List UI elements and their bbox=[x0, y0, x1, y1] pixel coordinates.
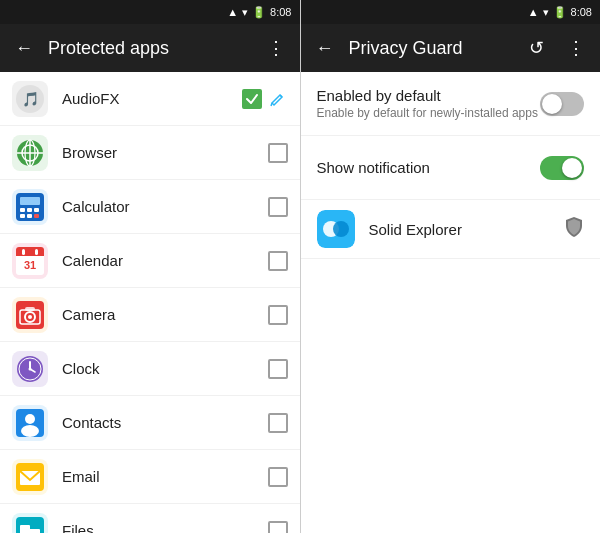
left-toolbar: ← Protected apps ⋮ bbox=[0, 24, 300, 72]
app-name-audiofx: AudioFX bbox=[62, 90, 242, 107]
app-control-contacts bbox=[268, 413, 288, 433]
checkbox-contacts[interactable] bbox=[268, 413, 288, 433]
settings-subtitle-enabled-default: Enable by default for newly-installed ap… bbox=[317, 106, 541, 120]
app-item-contacts[interactable]: Contacts bbox=[0, 396, 300, 450]
app-item-clock[interactable]: Clock bbox=[0, 342, 300, 396]
app-name-contacts: Contacts bbox=[62, 414, 268, 431]
app-item-browser[interactable]: Browser bbox=[0, 126, 300, 180]
left-more-button[interactable]: ⋮ bbox=[260, 32, 292, 64]
settings-text-show-notification: Show notification bbox=[317, 159, 541, 176]
svg-rect-13 bbox=[34, 208, 39, 212]
app-icon-contacts bbox=[12, 405, 48, 441]
app-item-calendar[interactable]: 31Calendar bbox=[0, 234, 300, 288]
right-toolbar-title: Privacy Guard bbox=[349, 38, 513, 59]
app-icon-audiofx: 🎵 bbox=[12, 81, 48, 117]
checkbox-clock[interactable] bbox=[268, 359, 288, 379]
app-name-camera: Camera bbox=[62, 306, 268, 323]
settings-list: Enabled by defaultEnable by default for … bbox=[301, 72, 601, 533]
left-toolbar-title: Protected apps bbox=[48, 38, 252, 59]
toggle-enabled-default[interactable] bbox=[540, 92, 584, 116]
checkbox-calendar[interactable] bbox=[268, 251, 288, 271]
app-item-audiofx[interactable]: 🎵AudioFX bbox=[0, 72, 300, 126]
settings-text-enabled-default: Enabled by defaultEnable by default for … bbox=[317, 87, 541, 120]
app-name-calendar: Calendar bbox=[62, 252, 268, 269]
app-name-calculator: Calculator bbox=[62, 198, 268, 215]
right-history-button[interactable]: ↺ bbox=[520, 32, 552, 64]
left-status-bar: ▲ ▾ 🔋 8:08 bbox=[0, 0, 300, 24]
checkbox-camera[interactable] bbox=[268, 305, 288, 325]
svg-rect-12 bbox=[27, 208, 32, 212]
app-icon-clock bbox=[12, 351, 48, 387]
left-back-button[interactable]: ← bbox=[8, 32, 40, 64]
checkbox-browser[interactable] bbox=[268, 143, 288, 163]
app-control-calendar bbox=[268, 251, 288, 271]
svg-rect-11 bbox=[20, 208, 25, 212]
toggle-thumb-enabled-default bbox=[542, 94, 562, 114]
app-list: 🎵AudioFXBrowserCalculator31CalendarCamer… bbox=[0, 72, 300, 533]
checkbox-audiofx[interactable] bbox=[242, 89, 262, 109]
checkbox-email[interactable] bbox=[268, 467, 288, 487]
right-battery-icon: 🔋 bbox=[553, 6, 567, 19]
svg-rect-15 bbox=[27, 214, 32, 218]
svg-rect-22 bbox=[35, 249, 38, 255]
app-item-email[interactable]: Email bbox=[0, 450, 300, 504]
svg-point-32 bbox=[29, 367, 32, 370]
left-time: 8:08 bbox=[270, 6, 291, 18]
right-status-bar: ▲ ▾ 🔋 8:08 bbox=[301, 0, 601, 24]
checkbox-files[interactable] bbox=[268, 521, 288, 534]
svg-point-52 bbox=[333, 221, 349, 237]
svg-rect-40 bbox=[20, 525, 30, 531]
signal-icon: ▲ bbox=[227, 6, 238, 18]
app-control-email bbox=[268, 467, 288, 487]
app-control-audiofx bbox=[242, 89, 288, 109]
app-control-clock bbox=[268, 359, 288, 379]
right-panel: ▲ ▾ 🔋 8:08 ← Privacy Guard ↺ ⋮ Enabled b… bbox=[301, 0, 601, 533]
app-name-clock: Clock bbox=[62, 360, 268, 377]
checkbox-calculator[interactable] bbox=[268, 197, 288, 217]
svg-rect-16 bbox=[34, 214, 39, 218]
right-signal-icon: ▲ bbox=[528, 6, 539, 18]
app-icon-files bbox=[12, 513, 48, 534]
app-icon-calculator bbox=[12, 189, 48, 225]
left-panel: ▲ ▾ 🔋 8:08 ← Protected apps ⋮ 🎵AudioFXBr… bbox=[0, 0, 301, 533]
svg-rect-14 bbox=[20, 214, 25, 218]
shield-icon-solid-explorer bbox=[564, 216, 584, 243]
right-back-button[interactable]: ← bbox=[309, 32, 341, 64]
svg-rect-19 bbox=[16, 253, 44, 256]
settings-title-enabled-default: Enabled by default bbox=[317, 87, 541, 104]
svg-line-3 bbox=[271, 103, 272, 106]
app-control-browser bbox=[268, 143, 288, 163]
app-row-icon-solid-explorer bbox=[317, 210, 355, 248]
edit-icon-audiofx[interactable] bbox=[268, 89, 288, 109]
app-icon-camera bbox=[12, 297, 48, 333]
right-more-button[interactable]: ⋮ bbox=[560, 32, 592, 64]
app-icon-email bbox=[12, 459, 48, 495]
app-row-solid-explorer[interactable]: Solid Explorer bbox=[301, 200, 601, 259]
right-toolbar: ← Privacy Guard ↺ ⋮ bbox=[301, 24, 601, 72]
app-icon-browser bbox=[12, 135, 48, 171]
toggle-show-notification[interactable] bbox=[540, 156, 584, 180]
battery-icon: 🔋 bbox=[252, 6, 266, 19]
svg-line-2 bbox=[280, 95, 282, 97]
app-name-files: Files bbox=[62, 522, 268, 533]
settings-title-show-notification: Show notification bbox=[317, 159, 541, 176]
app-row-name-solid-explorer: Solid Explorer bbox=[369, 221, 565, 238]
svg-text:31: 31 bbox=[24, 259, 36, 271]
svg-point-25 bbox=[28, 315, 32, 319]
svg-rect-21 bbox=[22, 249, 25, 255]
app-item-files[interactable]: Files bbox=[0, 504, 300, 533]
settings-item-show-notification[interactable]: Show notification bbox=[301, 136, 601, 200]
wifi-icon: ▾ bbox=[242, 6, 248, 19]
app-control-calculator bbox=[268, 197, 288, 217]
app-icon-calendar: 31 bbox=[12, 243, 48, 279]
app-item-camera[interactable]: Camera bbox=[0, 288, 300, 342]
app-control-files bbox=[268, 521, 288, 534]
right-wifi-icon: ▾ bbox=[543, 6, 549, 19]
svg-rect-10 bbox=[20, 197, 40, 205]
right-time: 8:08 bbox=[571, 6, 592, 18]
svg-text:🎵: 🎵 bbox=[22, 91, 40, 108]
app-item-calculator[interactable]: Calculator bbox=[0, 180, 300, 234]
settings-item-enabled-default[interactable]: Enabled by defaultEnable by default for … bbox=[301, 72, 601, 136]
svg-point-34 bbox=[25, 414, 35, 424]
app-name-browser: Browser bbox=[62, 144, 268, 161]
